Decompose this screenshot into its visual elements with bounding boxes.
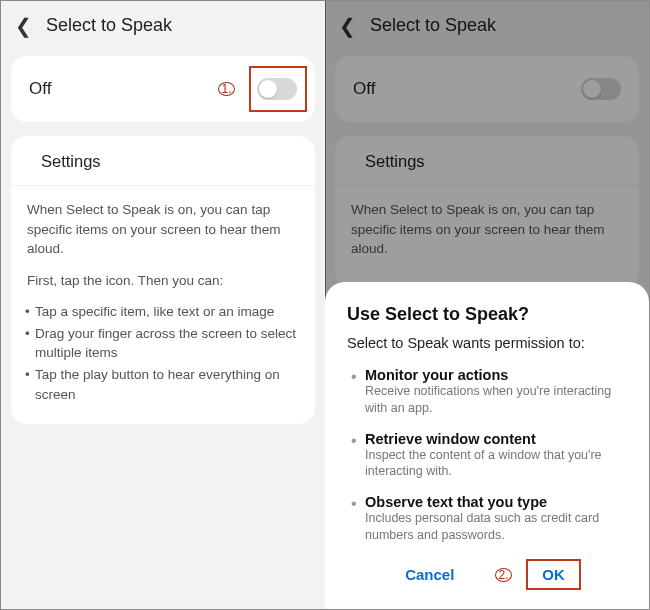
permission-desc: Inspect the content of a window that you… xyxy=(365,447,627,481)
settings-card: Settings When Select to Speak is on, you… xyxy=(11,136,315,424)
toggle-row[interactable]: Off 1. xyxy=(11,56,315,122)
permission-desc: Receive notifications when you're intera… xyxy=(365,383,627,417)
panel-step-2: ❮ Select to Speak Off Settings When Sele… xyxy=(325,1,649,609)
header: ❮ Select to Speak xyxy=(1,1,325,50)
desc-paragraph: First, tap the icon. Then you can: xyxy=(27,271,299,291)
permission-title: Observe text that you type xyxy=(365,494,627,510)
toggle-knob xyxy=(259,80,277,98)
permission-item: Retrieve window content Inspect the cont… xyxy=(347,431,627,481)
desc-bullet: Tap the play button to hear everything o… xyxy=(27,365,299,404)
permission-dialog: Use Select to Speak? Select to Speak wan… xyxy=(325,282,649,609)
permission-desc: Includes personal data such as credit ca… xyxy=(365,510,627,544)
page-title: Select to Speak xyxy=(46,15,172,36)
permission-item: Observe text that you type Includes pers… xyxy=(347,494,627,544)
dialog-actions: Cancel 2. OK xyxy=(347,558,627,591)
annotation-callout-2: 2. xyxy=(495,568,512,582)
dialog-subtitle: Select to Speak wants permission to: xyxy=(347,335,627,351)
settings-heading[interactable]: Settings xyxy=(11,136,315,186)
cancel-button[interactable]: Cancel xyxy=(393,558,466,591)
desc-bullet: Drag your finger across the screen to se… xyxy=(27,324,299,363)
annotation-callout-1: 1. xyxy=(218,82,235,96)
ok-button[interactable]: OK xyxy=(526,559,581,590)
desc-paragraph: When Select to Speak is on, you can tap … xyxy=(27,200,299,259)
desc-bullet: Tap a specific item, like text or an ima… xyxy=(27,302,299,322)
dialog-title: Use Select to Speak? xyxy=(347,304,627,325)
description: When Select to Speak is on, you can tap … xyxy=(27,200,299,404)
permission-list: Monitor your actions Receive notificatio… xyxy=(347,367,627,544)
permission-item: Monitor your actions Receive notificatio… xyxy=(347,367,627,417)
desc-bullets: Tap a specific item, like text or an ima… xyxy=(27,302,299,404)
back-icon[interactable]: ❮ xyxy=(15,16,32,36)
toggle-switch[interactable] xyxy=(257,78,297,100)
permission-title: Monitor your actions xyxy=(365,367,627,383)
panel-step-1: ❮ Select to Speak Off 1. Settings When S… xyxy=(1,1,325,609)
permission-title: Retrieve window content xyxy=(365,431,627,447)
toggle-label: Off xyxy=(29,79,51,99)
